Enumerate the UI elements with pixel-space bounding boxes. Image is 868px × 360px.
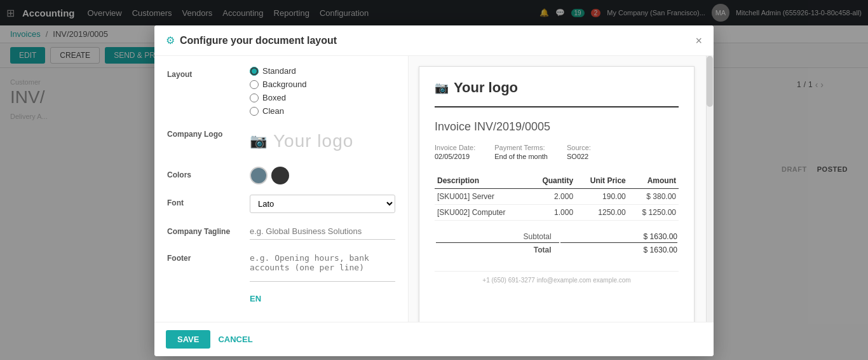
table-row: [SKU001] Server 2.000 190.00 $ 380.00 (435, 189, 679, 205)
font-row: Font Lato Roboto Open Sans Montserrat (167, 195, 395, 213)
document-preview: 📷 Your logo Invoice INV/2019/0005 Invoic… (419, 66, 695, 322)
row1-desc: [SKU001] Server (435, 189, 529, 205)
footer-input-container (250, 250, 395, 284)
doc-meta: Invoice Date: 02/05/2019 Payment Terms: … (435, 144, 679, 160)
doc-source-group: Source: SO022 (567, 144, 591, 160)
table-header-row: Description Quantity Unit Price Amount (435, 173, 679, 189)
col-unit-price: Unit Price (576, 173, 628, 189)
language-tag-container: EN (250, 294, 395, 303)
layout-background-label: Background (262, 80, 306, 89)
subtotal-row: Subtotal $ 1630.00 (436, 232, 677, 241)
layout-clean-label: Clean (262, 106, 284, 116)
tagline-label: Company Tagline (167, 223, 250, 236)
row1-unit-price: 190.00 (576, 189, 628, 205)
layout-clean-option[interactable]: Clean (250, 106, 395, 116)
col-amount: Amount (628, 173, 679, 189)
tagline-input[interactable] (250, 223, 395, 240)
logo-placeholder[interactable]: 📷 Your logo (250, 126, 395, 156)
scroll-thumb[interactable] (707, 56, 713, 107)
tagline-input-container (250, 223, 395, 240)
colors-label: Colors (167, 167, 250, 179)
modal-close-button[interactable]: × (695, 35, 702, 46)
row1-qty: 2.000 (529, 189, 576, 205)
color-swatches (250, 167, 395, 184)
save-button[interactable]: SAVE (166, 330, 210, 349)
language-tag[interactable]: EN (250, 294, 261, 303)
doc-payment-terms-group: Payment Terms: End of the month (494, 144, 548, 160)
modal-preview: 📷 Your logo Invoice INV/2019/0005 Invoic… (409, 56, 714, 322)
layout-background-option[interactable]: Background (250, 80, 395, 89)
total-value: $ 1630.00 (560, 242, 677, 254)
table-row: [SKU002] Computer 1.000 1250.00 $ 1250.0… (435, 205, 679, 221)
col-quantity: Quantity (529, 173, 576, 189)
company-logo-row: Company Logo 📷 Your logo (167, 126, 395, 156)
camera-icon: 📷 (250, 133, 267, 149)
cancel-button[interactable]: CANCEL (218, 335, 252, 344)
doc-payment-terms-label: Payment Terms: (494, 144, 548, 151)
doc-totals: Subtotal $ 1630.00 Total $ 1630.00 (435, 231, 679, 256)
doc-invoice-date-value: 02/05/2019 (435, 153, 470, 160)
layout-label: Layout (167, 66, 250, 79)
modal-body: Layout Standard Background Boxed (154, 56, 714, 322)
doc-camera-icon: 📷 (435, 81, 449, 95)
color-swatch-dark[interactable] (271, 167, 289, 184)
col-description: Description (435, 173, 529, 189)
doc-logo-text: Your logo (454, 80, 518, 96)
doc-header: 📷 Your logo (435, 80, 679, 107)
doc-invoice-date-label: Invoice Date: (435, 144, 475, 151)
doc-footer-contact: +1 (650) 691-3277 info@example.com examp… (435, 271, 679, 284)
layout-background-radio[interactable] (250, 80, 259, 89)
layout-standard-label: Standard (262, 66, 296, 76)
doc-source-label: Source: (567, 144, 591, 151)
modal-header: ⚙ Configure your document layout × (154, 25, 714, 56)
logo-upload-area[interactable]: 📷 Your logo (250, 126, 395, 156)
subtotal-label: Subtotal (436, 232, 559, 241)
doc-source-value: SO022 (567, 153, 588, 160)
tagline-row: Company Tagline (167, 223, 395, 240)
doc-invoice-date-group: Invoice Date: 02/05/2019 (435, 144, 475, 160)
color-swatch-gray[interactable] (250, 167, 268, 184)
doc-table: Description Quantity Unit Price Amount [… (435, 173, 679, 221)
layout-radio-group: Standard Background Boxed Clean (250, 66, 395, 116)
scrollbar[interactable] (706, 56, 714, 322)
layout-row: Layout Standard Background Boxed (167, 66, 395, 116)
row2-desc: [SKU002] Computer (435, 205, 529, 221)
subtotal-value: $ 1630.00 (560, 232, 677, 241)
layout-boxed-option[interactable]: Boxed (250, 93, 395, 102)
footer-row: Footer (167, 250, 395, 284)
font-select[interactable]: Lato Roboto Open Sans Montserrat (250, 195, 395, 213)
total-label: Total (436, 242, 559, 254)
layout-clean-radio[interactable] (250, 107, 259, 116)
layout-standard-option[interactable]: Standard (250, 66, 395, 76)
font-select-container: Lato Roboto Open Sans Montserrat (250, 195, 395, 213)
total-row: Total $ 1630.00 (436, 242, 677, 254)
configure-layout-modal: ⚙ Configure your document layout × Layou… (154, 25, 714, 356)
colors-row: Colors (167, 167, 395, 184)
row2-qty: 1.000 (529, 205, 576, 221)
company-logo-label: Company Logo (167, 126, 250, 139)
language-row: EN (167, 294, 395, 303)
language-label (167, 294, 250, 298)
modal-config-icon: ⚙ (166, 34, 175, 46)
modal-title: Configure your document layout (180, 35, 337, 46)
layout-standard-radio[interactable] (250, 67, 259, 76)
footer-label: Footer (167, 250, 250, 263)
row1-amount: $ 380.00 (628, 189, 679, 205)
modal-footer: SAVE CANCEL (154, 322, 714, 356)
layout-boxed-label: Boxed (262, 93, 286, 102)
layout-boxed-radio[interactable] (250, 93, 259, 102)
doc-payment-terms-value: End of the month (494, 153, 548, 160)
logo-placeholder-text: Your logo (273, 131, 353, 151)
modal-title-area: ⚙ Configure your document layout (166, 34, 337, 46)
footer-textarea[interactable] (250, 250, 395, 282)
font-label: Font (167, 195, 250, 207)
modal-overlay: ⚙ Configure your document layout × Layou… (0, 0, 868, 360)
modal-form: Layout Standard Background Boxed (154, 56, 409, 322)
row2-amount: $ 1250.00 (628, 205, 679, 221)
doc-invoice-title: Invoice INV/2019/0005 (435, 120, 679, 134)
row2-unit-price: 1250.00 (576, 205, 628, 221)
footer-contact-text: +1 (650) 691-3277 info@example.com examp… (482, 277, 630, 284)
